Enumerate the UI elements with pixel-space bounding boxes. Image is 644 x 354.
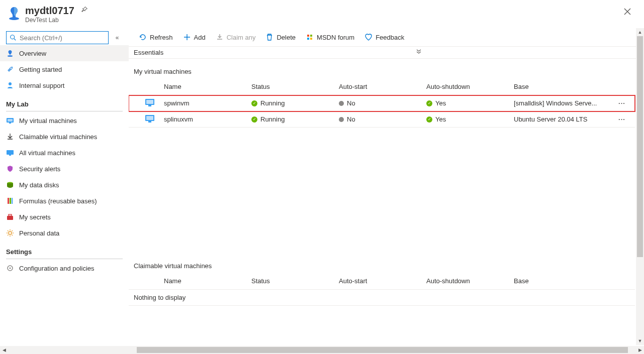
vm-icon [145,113,155,125]
divider [6,111,123,111]
cell-base: [smalldisk] Windows Serve... [514,99,614,107]
download-icon [216,33,224,41]
button-label: Add [194,34,206,41]
sidebar-item-label: All virtual machines [19,149,75,157]
svg-rect-17 [9,214,12,216]
table-row[interactable]: spwinvm ✓ Running No ✓ Yes [smalldisk] W… [129,95,635,111]
col-base[interactable]: Base [514,277,614,285]
col-auto-start[interactable]: Auto-start [339,83,426,90]
sidebar-item-all-vms[interactable]: All virtual machines [0,145,129,161]
svg-rect-9 [9,123,11,124]
feedback-button[interactable]: Feedback [359,29,409,45]
svg-rect-14 [10,198,11,204]
svg-rect-13 [8,198,9,204]
refresh-icon [139,33,147,41]
svg-rect-30 [146,100,153,104]
svg-line-24 [12,235,13,236]
scroll-left-icon[interactable]: ◀ [0,346,8,354]
sidebar-item-formulas[interactable]: Formulas (reusable bases) [0,193,129,209]
sidebar-group-settings: Settings [0,241,129,258]
col-auto-start[interactable]: Auto-start [339,277,426,285]
scroll-thumb[interactable] [137,347,628,353]
cell-name: splinuxvm [164,115,251,123]
button-label: Refresh [150,34,173,41]
blade-header: mydtl0717 DevTest Lab [0,0,644,26]
sidebar-collapse-icon[interactable]: « [112,34,123,41]
vertical-scrollbar[interactable]: ▲ ▼ [636,28,644,345]
search-input[interactable] [19,34,105,42]
svg-point-28 [10,268,11,269]
divider [6,259,123,259]
table-row[interactable]: splinuxvm ✓ Running No ✓ Yes Ubuntu Serv… [129,111,635,128]
support-icon [6,81,14,89]
sidebar-item-label: My data disks [19,181,59,189]
sidebar-item-internal-support[interactable]: Internal support [0,77,129,93]
sidebar-item-claimable-vms[interactable]: Claimable virtual machines [0,129,129,145]
col-name[interactable]: Name [164,83,251,90]
col-auto-shutdown[interactable]: Auto-shutdown [426,277,514,285]
col-base[interactable]: Base [514,83,614,90]
scroll-down-icon[interactable]: ▼ [636,337,644,345]
check-icon: ✓ [251,116,257,123]
svg-rect-15 [12,198,13,204]
sidebar-item-security-alerts[interactable]: Security alerts [0,161,129,177]
sidebar-item-label: Internal support [19,82,64,89]
table-header: Name Status Auto-start Auto-shutdown Bas… [129,78,635,95]
svg-rect-1 [13,16,16,18]
sidebar-item-getting-started[interactable]: Getting started [0,61,129,77]
delete-button[interactable]: Delete [260,29,301,45]
empty-state: Nothing to display [129,290,635,306]
button-label: Delete [277,34,296,41]
microsoft-logo-icon [306,33,314,41]
sidebar-item-label: My secrets [19,213,51,221]
sidebar-item-label: Configuration and policies [19,265,95,272]
col-status[interactable]: Status [251,277,339,285]
refresh-button[interactable]: Refresh [134,29,178,45]
button-label: Claim any [227,34,256,41]
scroll-right-icon[interactable]: ▶ [636,346,644,354]
search-icon [10,34,17,41]
horizontal-scrollbar[interactable]: ◀ ▶ [0,346,644,354]
col-name[interactable]: Name [164,277,251,285]
sidebar-item-my-vms[interactable]: My virtual machines [0,112,129,129]
pin-icon[interactable] [81,7,88,15]
row-more-icon[interactable]: ··· [614,115,630,123]
sidebar-item-overview[interactable]: Overview [0,45,129,61]
sidebar-group-mylab: My Lab [0,93,129,110]
vm-icon [6,149,14,157]
scroll-up-icon[interactable]: ▲ [636,28,644,36]
dot-icon [339,101,344,106]
vm-icon [145,97,155,109]
row-more-icon[interactable]: ··· [614,99,630,107]
sidebar-item-label: Security alerts [19,165,60,173]
col-auto-shutdown[interactable]: Auto-shutdown [426,83,514,90]
sidebar-item-my-secrets[interactable]: My secrets [0,209,129,225]
svg-line-25 [8,235,9,236]
sidebar-item-personal-data[interactable]: Personal data [0,225,129,241]
col-status[interactable]: Status [251,83,339,90]
cell-auto-shutdown: ✓ Yes [426,99,514,107]
plus-icon [183,33,191,41]
svg-line-23 [8,230,9,231]
msdn-forum-button[interactable]: MSDN forum [301,29,359,45]
cell-auto-start: No [339,115,426,123]
svg-line-26 [12,230,13,231]
section-claimable-title: Claimable virtual machines [129,253,644,273]
svg-rect-10 [7,150,14,155]
svg-point-18 [9,231,12,234]
svg-rect-11 [9,155,11,156]
essentials-toggle[interactable]: Essentials [129,46,638,59]
sidebar-item-config-policies[interactable]: Configuration and policies [0,260,129,276]
add-button[interactable]: Add [178,29,211,45]
close-icon[interactable] [624,7,631,18]
svg-rect-33 [146,116,153,120]
essentials-label: Essentials [134,49,163,56]
button-label: Feedback [376,34,404,41]
sidebar-item-my-data-disks[interactable]: My data disks [0,177,129,193]
svg-point-2 [11,35,15,39]
search-input-wrapper[interactable] [6,31,109,44]
cell-auto-start: No [339,99,426,107]
sidebar-item-label: Formulas (reusable bases) [19,197,97,205]
sidebar-item-label: Getting started [19,66,62,73]
scroll-thumb[interactable] [637,36,643,257]
